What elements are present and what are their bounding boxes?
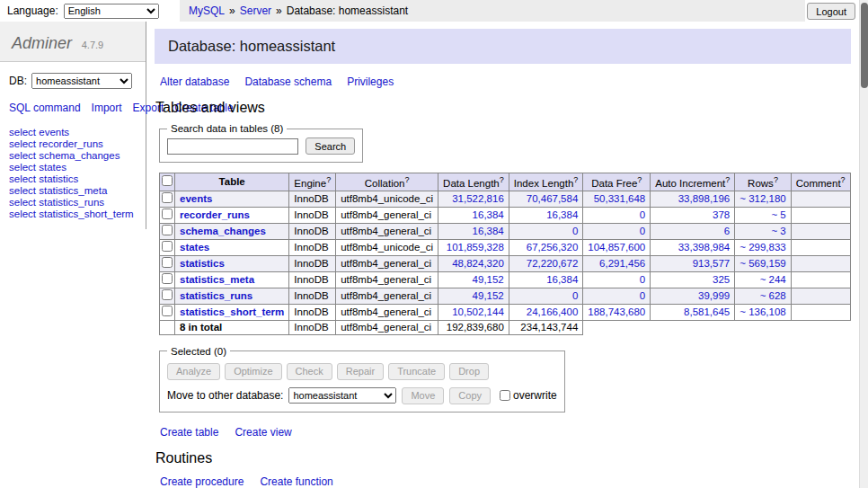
column-help-link[interactable]: ? xyxy=(573,175,578,184)
search-button[interactable]: Search xyxy=(306,138,355,155)
sidebar: Adminer 4.7.9 DB: homeassistant SQL comm… xyxy=(0,22,146,229)
table-link-schema-changes[interactable]: schema_changes xyxy=(180,226,266,236)
sidebar-item-select-statistics-meta[interactable]: select statistics_meta xyxy=(9,185,146,197)
db-select[interactable]: homeassistant xyxy=(31,73,132,89)
engine-cell: InnoDB xyxy=(289,223,336,239)
table-total-row: 8 in totalInnoDButf8mb4_general_ci192,83… xyxy=(160,320,851,334)
column-header-data-free[interactable]: Data Free? xyxy=(583,173,651,191)
column-help-link[interactable]: ? xyxy=(404,175,409,184)
copy-button[interactable]: Copy xyxy=(449,387,491,404)
move-row: Move to other database: homeassistant Mo… xyxy=(167,387,557,404)
main-content: Database: homeassistant Alter databaseDa… xyxy=(146,22,868,488)
table-link-statistics-runs[interactable]: statistics_runs xyxy=(180,290,252,301)
sidebar-item-select-schema-changes[interactable]: select schema_changes xyxy=(9,150,146,162)
column-help-link[interactable]: ? xyxy=(637,175,642,184)
link-create-procedure[interactable]: Create procedure xyxy=(160,475,244,488)
table-link-statistics-meta[interactable]: statistics_meta xyxy=(180,274,254,285)
column-header-auto-increment[interactable]: Auto Increment? xyxy=(651,173,735,191)
row-checkbox[interactable] xyxy=(162,241,173,252)
column-header-table[interactable]: Table xyxy=(175,173,289,191)
move-button[interactable]: Move xyxy=(402,387,444,404)
link-create-table[interactable]: Create table xyxy=(160,426,218,439)
routines-heading: Routines xyxy=(155,450,851,466)
sidebar-item-select-statistics[interactable]: select statistics xyxy=(9,173,146,185)
select-all-checkbox[interactable] xyxy=(162,175,173,186)
table-name-cell: events xyxy=(175,191,289,207)
column-help-link[interactable]: ? xyxy=(774,175,778,184)
scrollbar-thumb[interactable] xyxy=(861,3,868,88)
column-header-data-length[interactable]: Data Length? xyxy=(438,173,509,191)
row-checkbox[interactable] xyxy=(162,209,173,219)
column-help-link[interactable]: ? xyxy=(841,175,846,184)
comment-cell xyxy=(791,288,850,304)
sidebar-link-import[interactable]: Import xyxy=(92,102,122,114)
row-checkbox[interactable] xyxy=(162,289,173,300)
row-select-cell xyxy=(160,207,175,223)
table-row: statistics_runsInnoDButf8mb4_general_ci4… xyxy=(160,288,851,304)
collation-cell: utf8mb4_general_ci xyxy=(336,207,438,223)
link-alter-database[interactable]: Alter database xyxy=(160,75,229,88)
table-header-row: TableEngine?Collation?Data Length?Index … xyxy=(160,173,851,191)
data-length-cell: 31,522,816 xyxy=(438,191,509,207)
table-row: statistics_metaInnoDButf8mb4_general_ci4… xyxy=(160,271,851,288)
column-header-collation[interactable]: Collation? xyxy=(336,173,438,191)
data-length-cell: 48,824,320 xyxy=(438,255,509,271)
column-header-rows[interactable]: Rows? xyxy=(735,173,791,191)
sidebar-quick-links: SQL commandImportExportCreate table xyxy=(9,101,146,116)
link-create-function[interactable]: Create function xyxy=(260,475,332,488)
row-checkbox[interactable] xyxy=(162,306,173,316)
collation-cell: utf8mb4_general_ci xyxy=(336,271,438,288)
link-database-schema[interactable]: Database schema xyxy=(244,75,332,88)
bulk-button-analyze[interactable]: Analyze xyxy=(167,363,220,380)
sidebar-link-sql-command[interactable]: SQL command xyxy=(9,102,81,114)
search-input[interactable] xyxy=(167,138,298,155)
column-help-link[interactable]: ? xyxy=(500,175,504,184)
sidebar-item-select-statistics-runs[interactable]: select statistics_runs xyxy=(9,197,146,209)
logout-button[interactable]: Logout xyxy=(807,3,855,20)
row-select-cell xyxy=(160,271,175,288)
table-link-recorder-runs[interactable]: recorder_runs xyxy=(180,209,250,220)
row-select-cell xyxy=(160,288,175,304)
vertical-scrollbar[interactable] xyxy=(859,0,868,488)
link-create-view[interactable]: Create view xyxy=(235,426,291,439)
collation-cell: utf8mb4_general_ci xyxy=(336,288,438,304)
bulk-button-optimize[interactable]: Optimize xyxy=(225,363,281,380)
link-privileges[interactable]: Privileges xyxy=(347,75,394,88)
routine-links-row: Create procedureCreate function xyxy=(160,475,851,488)
bulk-button-truncate[interactable]: Truncate xyxy=(388,363,445,380)
sidebar-item-select-events[interactable]: select events xyxy=(9,127,146,138)
table-link-statistics-short-term[interactable]: statistics_short_term xyxy=(180,306,284,317)
table-name-cell: statistics_meta xyxy=(175,271,289,288)
table-name-cell: schema_changes xyxy=(175,223,289,239)
comment-cell xyxy=(791,255,850,271)
column-header-index-length[interactable]: Index Length? xyxy=(509,173,583,191)
row-checkbox[interactable] xyxy=(162,225,173,235)
engine-cell: InnoDB xyxy=(289,191,336,207)
row-checkbox[interactable] xyxy=(162,192,173,203)
sidebar-item-select-statistics-short-term[interactable]: select statistics_short_term xyxy=(9,209,146,220)
collation-cell: utf8mb4_general_ci xyxy=(336,255,438,271)
table-name-cell: statistics_short_term xyxy=(175,304,289,320)
bulk-button-drop[interactable]: Drop xyxy=(449,363,489,380)
sidebar-item-select-states[interactable]: select states xyxy=(9,162,146,173)
breadcrumb-server-link[interactable]: Server xyxy=(240,4,271,17)
table-link-statistics[interactable]: statistics xyxy=(180,258,225,269)
column-header-comment[interactable]: Comment? xyxy=(791,173,850,191)
column-header-engine[interactable]: Engine? xyxy=(289,173,336,191)
overwrite-checkbox[interactable] xyxy=(500,390,510,401)
sidebar-item-select-recorder-runs[interactable]: select recorder_runs xyxy=(9,138,146,150)
table-link-states[interactable]: states xyxy=(180,242,209,253)
rows-count-cell: ~ 3 xyxy=(735,223,791,239)
move-database-select[interactable]: homeassistant xyxy=(288,387,396,404)
bulk-actions-row: AnalyzeOptimizeCheckRepairTruncateDrop xyxy=(167,363,557,380)
breadcrumb-mysql-link[interactable]: MySQL xyxy=(189,4,225,17)
row-checkbox[interactable] xyxy=(162,273,173,284)
bulk-button-repair[interactable]: Repair xyxy=(337,363,384,380)
bulk-button-check[interactable]: Check xyxy=(287,363,332,380)
column-help-link[interactable]: ? xyxy=(725,175,730,184)
language-area: Language: English xyxy=(0,0,180,22)
language-select[interactable]: English xyxy=(64,4,159,19)
column-help-link[interactable]: ? xyxy=(326,175,331,184)
table-link-events[interactable]: events xyxy=(180,193,212,204)
row-checkbox[interactable] xyxy=(162,257,173,268)
